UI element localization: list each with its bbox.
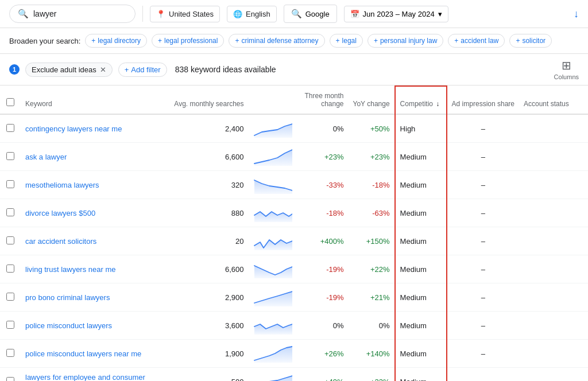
broaden-chip-personal-injury[interactable]: + personal injury law: [368, 34, 443, 48]
keyword-cell[interactable]: pro bono criminal lawyers: [21, 283, 169, 312]
download-icon: ↓: [574, 8, 579, 20]
chevron-down-icon: ▾: [438, 10, 442, 18]
three-month-change-header[interactable]: Three monthchange: [297, 86, 349, 114]
keyword-cell[interactable]: car accident solicitors: [21, 227, 169, 255]
account-status-cell: [519, 283, 588, 312]
table-row: police misconduct lawyers 3,600 0% 0% Me…: [0, 312, 588, 340]
row-checkbox-cell[interactable]: [0, 227, 21, 255]
keyword-cell[interactable]: divorce lawyers $500: [21, 199, 169, 227]
account-status-cell: [519, 255, 588, 283]
monthly-searches-header[interactable]: Avg. monthly searches: [169, 86, 248, 114]
broaden-chip-legal-directory[interactable]: + legal directory: [85, 34, 147, 48]
date-range-button[interactable]: 📅 Jun 2023 – May 2024 ▾: [344, 6, 448, 22]
broaden-chip-criminal-defense[interactable]: + criminal defense attorney: [229, 34, 324, 48]
columns-icon: ⊞: [562, 59, 571, 72]
row-checkbox[interactable]: [6, 377, 14, 382]
date-range-label: Jun 2023 – May 2024: [363, 10, 435, 18]
ad-impression-cell: –: [447, 227, 519, 255]
broaden-chip-label: legal professional: [164, 37, 218, 45]
row-checkbox-cell[interactable]: [0, 255, 21, 283]
account-status-cell: [519, 227, 588, 255]
keyword-cell[interactable]: police misconduct lawyers near me: [21, 340, 169, 368]
ad-impression-cell: –: [447, 143, 519, 171]
broaden-chip-legal-professional[interactable]: + legal professional: [152, 34, 224, 48]
select-all-checkbox[interactable]: [6, 98, 14, 106]
yoy-cell: 0%: [349, 312, 395, 340]
three-month-cell: -19%: [297, 255, 349, 283]
calendar-icon: 📅: [350, 10, 359, 18]
platform-button[interactable]: 🔍 Google: [284, 5, 337, 23]
table-row: living trust lawyers near me 6,600 -19% …: [0, 255, 588, 283]
account-status-cell: [519, 171, 588, 199]
competition-header-label: Competitio: [400, 100, 433, 108]
row-checkbox[interactable]: [6, 349, 14, 357]
three-month-cell: +400%: [297, 227, 349, 255]
table-row: ask a lawyer 6,600 +23% +23% Medium –: [0, 143, 588, 171]
row-checkbox-cell[interactable]: [0, 312, 21, 340]
exclude-adult-chip[interactable]: Exclude adult ideas ✕: [25, 63, 113, 77]
add-filter-button[interactable]: + Add filter: [118, 63, 167, 77]
row-checkbox[interactable]: [6, 124, 14, 132]
yoy-cell: +140%: [349, 340, 395, 368]
broaden-chip-accident-law[interactable]: + accident law: [448, 34, 505, 48]
translate-icon: 🌐: [233, 10, 242, 18]
row-checkbox[interactable]: [6, 236, 14, 244]
remove-filter-icon[interactable]: ✕: [100, 65, 106, 74]
table-wrap: Keyword Avg. monthly searches Three mont…: [0, 85, 588, 381]
sparkline-cell: [249, 368, 297, 382]
yoy-cell: +22%: [349, 255, 395, 283]
download-button[interactable]: ↓: [574, 8, 579, 20]
plus-icon: +: [158, 37, 162, 45]
account-status-cell: [519, 368, 588, 382]
row-checkbox-cell[interactable]: [0, 368, 21, 382]
broaden-chip-solicitor[interactable]: + solicitor: [509, 34, 552, 48]
broaden-chip-label: legal directory: [98, 37, 141, 45]
competition-column-header[interactable]: Competitio ↓: [395, 86, 447, 114]
row-checkbox-cell[interactable]: [0, 199, 21, 227]
plus-icon: +: [336, 37, 340, 45]
ad-impression-cell: –: [447, 255, 519, 283]
location-button[interactable]: 📍 United States: [150, 6, 220, 22]
select-all-header[interactable]: [0, 86, 21, 114]
monthly-searches-cell: 590: [169, 368, 248, 382]
row-checkbox[interactable]: [6, 152, 14, 160]
keyword-cell[interactable]: mesothelioma lawyers: [21, 171, 169, 199]
keyword-cell[interactable]: police misconduct lawyers: [21, 312, 169, 340]
row-checkbox[interactable]: [6, 293, 14, 301]
broaden-chip-label: personal injury law: [380, 37, 437, 45]
competition-cell: Medium: [395, 171, 447, 199]
keyword-column-header[interactable]: Keyword: [21, 86, 169, 114]
search-box[interactable]: 🔍: [9, 5, 136, 23]
columns-button[interactable]: ⊞ Columns: [554, 59, 579, 80]
keywords-table: Keyword Avg. monthly searches Three mont…: [0, 85, 588, 381]
three-month-cell: -19%: [297, 283, 349, 312]
sparkline-cell: [249, 227, 297, 255]
yoy-change-header[interactable]: YoY change: [349, 86, 395, 114]
row-checkbox[interactable]: [6, 208, 14, 216]
broaden-chip-legal[interactable]: + legal: [330, 34, 363, 48]
sparkline-cell: [249, 114, 297, 143]
row-checkbox-cell[interactable]: [0, 283, 21, 312]
monthly-searches-cell: 3,600: [169, 312, 248, 340]
row-checkbox[interactable]: [6, 321, 14, 329]
keyword-cell[interactable]: ask a lawyer: [21, 143, 169, 171]
account-status-header[interactable]: Account status: [519, 86, 588, 114]
row-checkbox-cell[interactable]: [0, 114, 21, 143]
competition-cell: Medium: [395, 312, 447, 340]
keyword-cell[interactable]: lawyers for employee and consumer rights: [21, 368, 169, 382]
row-checkbox[interactable]: [6, 180, 14, 188]
yoy-cell: +150%: [349, 227, 395, 255]
row-checkbox[interactable]: [6, 265, 14, 273]
ad-impression-cell: –: [447, 171, 519, 199]
location-pin-icon: 📍: [156, 10, 165, 18]
row-checkbox-cell[interactable]: [0, 143, 21, 171]
monthly-searches-cell: 6,600: [169, 255, 248, 283]
ad-impression-share-header[interactable]: Ad impression share: [447, 86, 519, 114]
keyword-cell[interactable]: living trust lawyers near me: [21, 255, 169, 283]
search-input[interactable]: [33, 9, 125, 18]
keyword-cell[interactable]: contingency lawyers near me: [21, 114, 169, 143]
language-button[interactable]: 🌐 English: [227, 6, 277, 22]
row-checkbox-cell[interactable]: [0, 340, 21, 368]
row-checkbox-cell[interactable]: [0, 171, 21, 199]
columns-label: Columns: [554, 73, 579, 80]
